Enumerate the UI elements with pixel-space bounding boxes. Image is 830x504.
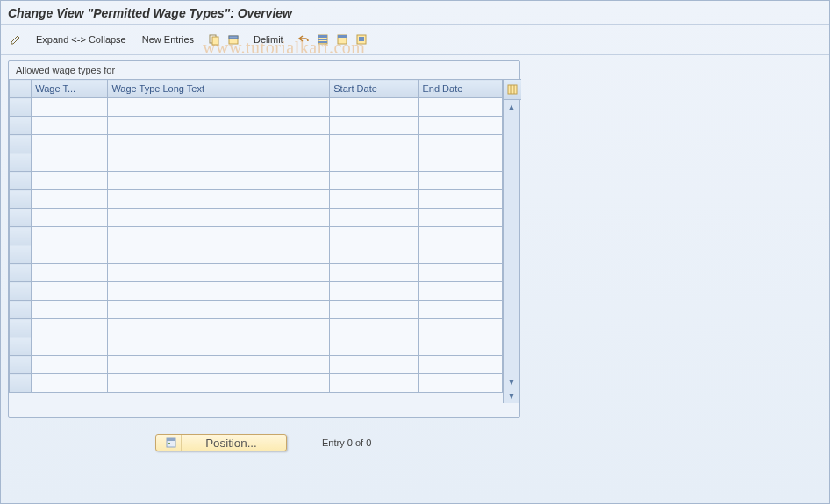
cell-end_date[interactable] [419,209,502,226]
cell-wage_type[interactable] [32,98,107,116]
cell-start_date[interactable] [330,282,418,300]
cell-end_date[interactable] [419,227,502,245]
cell-wage_type[interactable] [32,319,107,337]
cell-wage_type[interactable] [32,264,107,281]
cell-end_date[interactable] [419,172,502,189]
row-selector[interactable] [10,337,32,356]
cell-start_date[interactable] [330,172,418,189]
cell-end_date[interactable] [419,301,502,318]
change-mode-button[interactable] [6,31,25,48]
cell-long_text[interactable] [108,264,329,281]
col-long-text[interactable]: Wage Type Long Text [108,80,330,98]
cell-wage_type[interactable] [32,245,107,263]
cell-start_date[interactable] [330,319,418,337]
position-button[interactable]: Position... [155,434,287,451]
row-selector[interactable] [10,135,32,153]
cell-start_date[interactable] [330,301,418,318]
cell-start_date[interactable] [330,209,418,226]
cell-long_text[interactable] [108,337,329,355]
cell-long_text[interactable] [108,282,329,300]
row-selector-header[interactable] [10,80,32,98]
cell-end_date[interactable] [419,117,502,134]
cell-long_text[interactable] [108,209,329,226]
cell-end_date[interactable] [419,135,502,153]
cell-start_date[interactable] [330,337,418,355]
undo-button[interactable] [294,31,313,48]
cell-wage_type[interactable] [32,337,107,355]
row-selector[interactable] [10,374,32,393]
cell-long_text[interactable] [108,172,329,189]
cell-end_date[interactable] [419,319,502,337]
cell-end_date[interactable] [419,282,502,300]
col-start-date[interactable]: Start Date [330,80,419,98]
cell-wage_type[interactable] [32,356,107,373]
row-selector[interactable] [10,264,32,282]
row-selector[interactable] [10,227,32,245]
cell-wage_type[interactable] [32,209,107,226]
col-wage-type[interactable]: Wage T... [32,80,108,98]
delimit-button[interactable]: Delimit [248,31,289,48]
cell-start_date[interactable] [330,98,418,116]
row-selector[interactable] [10,117,32,135]
deselect-all-button[interactable] [333,31,352,48]
cell-start_date[interactable] [330,190,418,208]
cell-end_date[interactable] [419,153,502,171]
row-selector[interactable] [10,172,32,190]
scroll-down-icon[interactable]: ▼ [504,375,519,389]
cell-long_text[interactable] [108,117,329,134]
row-selector[interactable] [10,356,32,374]
cell-wage_type[interactable] [32,374,107,392]
cell-end_date[interactable] [419,190,502,208]
cell-end_date[interactable] [419,356,502,373]
cell-wage_type[interactable] [32,282,107,300]
cell-end_date[interactable] [419,98,502,116]
cell-end_date[interactable] [419,337,502,355]
cell-long_text[interactable] [108,153,329,171]
cell-wage_type[interactable] [32,117,107,134]
delete-button[interactable] [224,31,243,48]
cell-start_date[interactable] [330,356,418,373]
cell-end_date[interactable] [419,374,502,392]
cell-start_date[interactable] [330,245,418,263]
new-entries-button[interactable]: New Entries [137,31,199,48]
table-settings-button[interactable] [352,31,371,48]
cell-wage_type[interactable] [32,190,107,208]
row-selector[interactable] [10,282,32,301]
row-selector[interactable] [10,319,32,337]
row-selector[interactable] [10,209,32,227]
cell-start_date[interactable] [330,117,418,134]
cell-end_date[interactable] [419,245,502,263]
expand-collapse-button[interactable]: Expand <-> Collapse [31,31,132,48]
row-selector[interactable] [10,301,32,319]
cell-long_text[interactable] [108,190,329,208]
cell-start_date[interactable] [330,227,418,245]
col-end-date[interactable]: End Date [419,80,503,98]
vertical-scrollbar[interactable]: ▲ ▼ ▼ [503,79,519,403]
cell-wage_type[interactable] [32,227,107,245]
row-selector[interactable] [10,153,32,172]
select-all-button[interactable] [313,31,333,48]
row-selector[interactable] [10,190,32,209]
cell-wage_type[interactable] [32,135,107,153]
cell-long_text[interactable] [108,98,329,116]
row-selector[interactable] [10,98,32,117]
cell-wage_type[interactable] [32,301,107,318]
cell-start_date[interactable] [330,153,418,171]
cell-wage_type[interactable] [32,153,107,171]
copy-button[interactable] [204,31,224,48]
cell-long_text[interactable] [108,356,329,373]
cell-long_text[interactable] [108,227,329,245]
cell-end_date[interactable] [419,264,502,281]
cell-start_date[interactable] [330,135,418,153]
cell-long_text[interactable] [108,245,329,263]
cell-long_text[interactable] [108,374,329,392]
scroll-down-icon-2[interactable]: ▼ [504,389,519,403]
row-selector[interactable] [10,245,32,264]
cell-long_text[interactable] [108,319,329,337]
configure-columns-button[interactable] [503,79,521,100]
cell-long_text[interactable] [108,135,329,153]
cell-wage_type[interactable] [32,172,107,189]
cell-long_text[interactable] [108,301,329,318]
cell-start_date[interactable] [330,264,418,281]
scroll-up-icon[interactable]: ▲ [504,100,519,114]
